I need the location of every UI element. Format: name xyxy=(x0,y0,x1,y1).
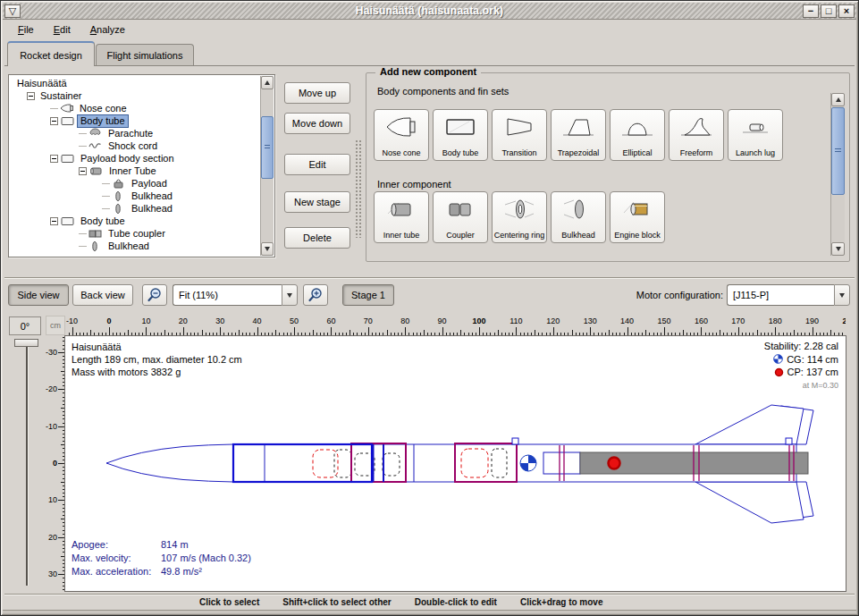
tree-item-label[interactable]: Bulkhead xyxy=(105,240,152,252)
motor-mount-tube[interactable] xyxy=(543,452,580,474)
tree-item-label[interactable]: Sustainer xyxy=(38,90,84,102)
zoom-combo[interactable]: Fit (11%) xyxy=(173,284,298,306)
nose-cone-outline[interactable] xyxy=(106,444,233,482)
tab-rocket-design[interactable]: Rocket design xyxy=(7,41,95,66)
tree-item-payload-body-section[interactable]: Payload body section xyxy=(11,152,259,165)
collapse-icon[interactable] xyxy=(27,92,35,100)
add-launch-lug-button[interactable]: Launch lug xyxy=(728,109,783,161)
launch-lug-2[interactable] xyxy=(786,438,792,444)
tree-item-body-tube[interactable]: Body tube xyxy=(11,114,259,127)
combo-arrow-button[interactable] xyxy=(282,284,298,306)
minimize-button[interactable]: − xyxy=(803,4,819,18)
tree-item-label[interactable]: Body tube xyxy=(78,215,128,227)
rocket-name: Haisunäätä xyxy=(72,341,242,353)
tree-scrollbar[interactable] xyxy=(260,76,274,256)
vertical-splitter[interactable] xyxy=(355,139,361,238)
tree-connector xyxy=(79,146,87,147)
maximize-button[interactable]: □ xyxy=(821,4,837,18)
rotation-indicator: 0° xyxy=(9,316,41,335)
tree-item-label[interactable]: Payload xyxy=(129,178,170,190)
side-view-button[interactable]: Side view xyxy=(8,284,69,306)
cg-value: CG: 114 cm xyxy=(787,353,838,367)
scroll-down-button[interactable] xyxy=(831,242,845,256)
add-bulkhead-button[interactable]: Bulkhead xyxy=(551,191,606,243)
menu-analyze[interactable]: Analyze xyxy=(82,22,133,37)
add-inner-tube-button[interactable]: Inner tube xyxy=(374,191,429,243)
tree-item-label[interactable]: Bulkhead xyxy=(129,190,175,202)
add-freeform-button[interactable]: Freeform xyxy=(669,109,724,161)
collapse-icon[interactable] xyxy=(50,155,58,163)
collapse-icon[interactable] xyxy=(50,217,58,225)
delete-button[interactable]: Delete xyxy=(284,227,350,249)
add-body-tube-button[interactable]: Body tube xyxy=(433,109,488,161)
rotation-slider[interactable] xyxy=(12,339,38,589)
edit-button[interactable]: Edit xyxy=(284,154,350,175)
add-elliptical-button[interactable]: Elliptical xyxy=(610,109,665,161)
tree-item-label[interactable]: Inner Tube xyxy=(106,165,159,177)
horizontal-splitter[interactable] xyxy=(4,277,855,279)
menu-file[interactable]: File xyxy=(10,22,42,37)
zoom-in-button[interactable] xyxy=(303,284,328,306)
tree-item-body-tube[interactable]: Body tube xyxy=(11,215,259,227)
tree-item-parachute[interactable]: Parachute xyxy=(11,127,259,139)
chevron-down-icon xyxy=(839,293,845,298)
collapse-icon[interactable] xyxy=(50,117,58,125)
component-button-label: Engine block xyxy=(614,232,661,240)
tab-flight-simulations[interactable]: Flight simulations xyxy=(96,44,194,66)
tree-item-label[interactable]: Shock cord xyxy=(105,140,160,152)
launch-lug[interactable] xyxy=(512,438,518,444)
scrollbar-thumb[interactable] xyxy=(261,116,274,179)
scroll-up-button[interactable] xyxy=(831,93,845,106)
component-button-label: Coupler xyxy=(446,232,475,240)
combo-arrow-button[interactable] xyxy=(834,284,850,306)
innertube-icon xyxy=(89,165,103,177)
tree-item-label[interactable]: Haisunäätä xyxy=(14,78,70,89)
add-coupler-button[interactable]: Coupler xyxy=(433,191,488,243)
tree-item-bulkhead[interactable]: Bulkhead xyxy=(11,240,259,252)
tree-item-label[interactable]: Payload body section xyxy=(78,153,177,165)
tree-item-haisunäätä[interactable]: Haisunäätä xyxy=(11,77,259,89)
collapse-icon[interactable] xyxy=(79,167,87,175)
payload-icon xyxy=(112,178,125,190)
tree-item-label[interactable]: Tube coupler xyxy=(105,228,168,240)
tree-item-sustainer[interactable]: Sustainer xyxy=(11,89,259,102)
back-view-button[interactable]: Back view xyxy=(72,284,133,306)
move-down-button[interactable]: Move down xyxy=(284,113,350,134)
slider-handle[interactable] xyxy=(14,339,38,347)
zoom-out-button[interactable] xyxy=(142,284,167,306)
scroll-up-button[interactable] xyxy=(261,76,274,89)
rocket-canvas[interactable]: Haisunäätä Length 189 cm, max. diameter … xyxy=(64,335,846,592)
tree-item-bulkhead[interactable]: Bulkhead xyxy=(11,190,259,202)
tree-item-label[interactable]: Parachute xyxy=(105,128,156,139)
add-engine-block-button[interactable]: Engine block xyxy=(610,191,665,243)
window-menu-button[interactable]: ▽ xyxy=(4,4,21,18)
ruler-tick xyxy=(146,327,147,335)
add-transition-button[interactable]: Transition xyxy=(492,109,547,161)
add-centering-ring-button[interactable]: Centering ring xyxy=(492,191,547,243)
add-nose-cone-button[interactable]: Nose cone xyxy=(374,109,429,161)
scroll-down-button[interactable] xyxy=(261,242,274,256)
scrollbar-thumb[interactable] xyxy=(831,107,845,195)
window-resize-edge[interactable] xyxy=(3,610,856,613)
component-scrollbar[interactable] xyxy=(830,93,845,256)
tree-item-nose-cone[interactable]: Nose cone xyxy=(11,102,259,114)
close-button[interactable]: × xyxy=(838,4,855,18)
ruler-label: 110 xyxy=(510,316,522,325)
tree-item-payload[interactable]: Payload xyxy=(11,177,259,190)
tree-item-inner-tube[interactable]: Inner Tube xyxy=(11,165,259,177)
new-stage-button[interactable]: New stage xyxy=(284,191,350,213)
tree-item-bulkhead[interactable]: Bulkhead xyxy=(11,202,259,215)
ruler-label: 20 xyxy=(179,316,188,325)
add-trapezoidal-button[interactable]: Trapezoidal xyxy=(551,109,606,161)
fin-lower[interactable] xyxy=(695,482,804,523)
move-up-button[interactable]: Move up xyxy=(284,82,350,104)
motor-config-combo[interactable]: [J115-P] xyxy=(727,284,850,306)
stage-1-toggle[interactable]: Stage 1 xyxy=(342,284,394,306)
tree-item-label[interactable]: Nose cone xyxy=(77,103,130,114)
menu-edit[interactable]: Edit xyxy=(46,22,79,37)
tree-item-shock-cord[interactable]: Shock cord xyxy=(11,139,259,152)
tree-item-label[interactable]: Bulkhead xyxy=(129,203,175,215)
parachute-icon xyxy=(88,128,102,139)
tree-item-label[interactable]: Body tube xyxy=(78,115,128,127)
tree-item-tube-coupler[interactable]: Tube coupler xyxy=(11,227,259,240)
